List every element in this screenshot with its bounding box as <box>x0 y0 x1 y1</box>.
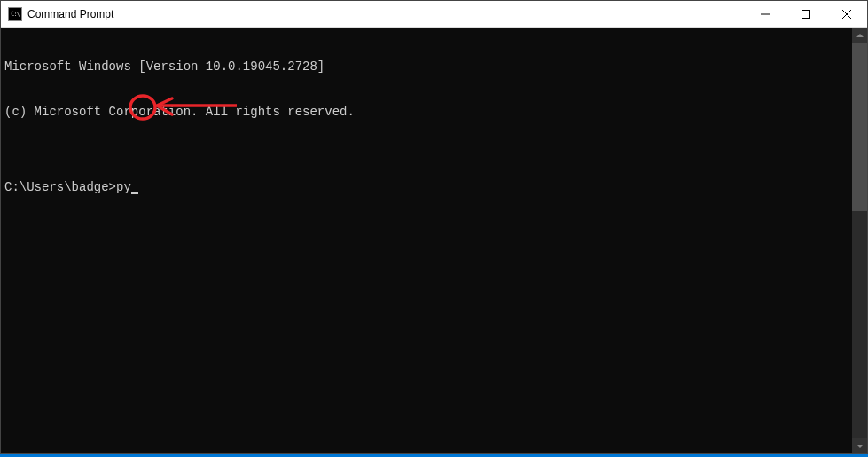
scroll-thumb[interactable] <box>852 43 867 211</box>
minimize-button[interactable] <box>745 1 786 27</box>
maximize-button[interactable] <box>786 1 826 27</box>
scroll-down-button[interactable] <box>852 438 867 453</box>
console-area[interactable]: Microsoft Windows [Version 10.0.19045.27… <box>1 28 867 453</box>
command-input[interactable]: py <box>116 180 131 195</box>
prompt-line: C:\Users\badge>py <box>4 180 848 195</box>
scroll-up-button[interactable] <box>852 28 867 43</box>
copyright-line: (c) Microsoft Corporation. All rights re… <box>4 105 848 120</box>
prompt-path: C:\Users\badge> <box>4 180 116 195</box>
window-title: Command Prompt <box>27 8 113 20</box>
window-controls <box>745 1 867 27</box>
svg-rect-0 <box>802 10 810 18</box>
command-prompt-window: C:\ Command Prompt Microsoft Windows [Ve… <box>0 0 868 454</box>
scroll-track[interactable] <box>852 43 867 438</box>
cursor <box>131 192 138 194</box>
title-bar[interactable]: C:\ Command Prompt <box>1 1 867 28</box>
cmd-icon: C:\ <box>8 7 22 21</box>
close-button[interactable] <box>826 1 867 27</box>
console-content[interactable]: Microsoft Windows [Version 10.0.19045.27… <box>1 28 852 453</box>
vertical-scrollbar[interactable] <box>852 28 867 453</box>
title-left: C:\ Command Prompt <box>8 7 113 21</box>
version-line: Microsoft Windows [Version 10.0.19045.27… <box>4 59 848 75</box>
